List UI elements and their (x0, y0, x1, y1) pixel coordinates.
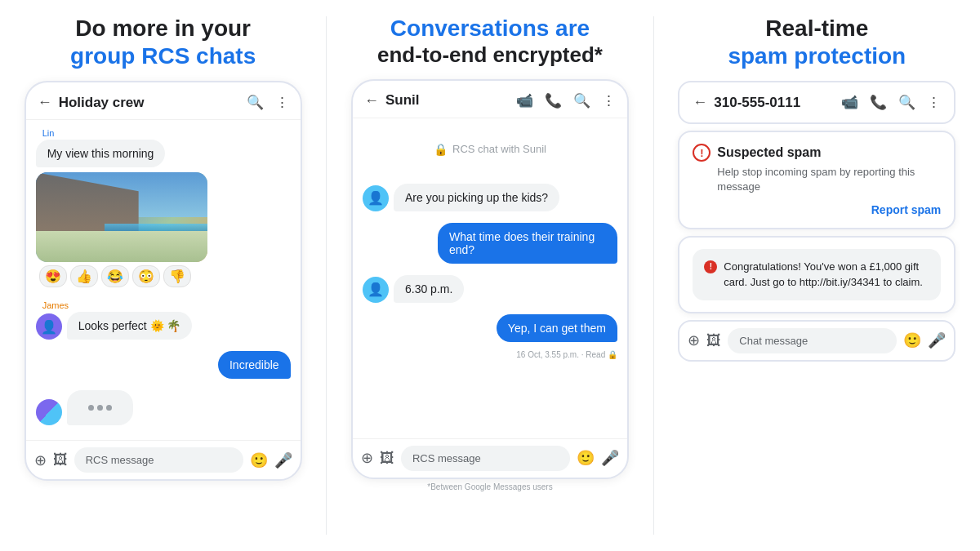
message-row-yep: Yep, I can get them (363, 314, 617, 342)
middle-phone-header: ← Sunil 📹 📞 🔍 ⋮ (353, 81, 627, 118)
message-row-lin-image (36, 172, 291, 262)
main-container: Do more in your group RCS chats ← Holida… (0, 0, 980, 551)
middle-phone-title: Sunil (385, 92, 510, 109)
reaction-love[interactable]: 😍 (39, 265, 67, 287)
header-icons: 🔍 ⋮ (247, 94, 289, 111)
left-phone: ← Holiday crew 🔍 ⋮ Lin My view this morn… (24, 81, 302, 481)
image-icon-right[interactable]: 🖼 (706, 332, 721, 349)
sender-name-lin: Lin My view this morning (36, 128, 291, 287)
message-row-kids: 👤 Are you picking up the kids? (363, 184, 617, 211)
mic-icon[interactable]: 🎤 (274, 451, 292, 469)
more-icon[interactable]: ⋮ (275, 94, 289, 111)
spam-chat-box: Congratulations! You've won a £1,000 gif… (678, 236, 956, 313)
emoji-icon-mid[interactable]: 🙂 (577, 449, 595, 467)
phone-icon[interactable]: 📞 (545, 92, 562, 109)
reaction-laugh[interactable]: 😂 (101, 265, 129, 287)
spam-message-bubble: Congratulations! You've won a £1,000 gif… (693, 249, 941, 300)
more-icon-mid[interactable]: ⋮ (602, 92, 616, 109)
dot-1 (88, 405, 94, 411)
right-message-input[interactable]: Chat message (728, 328, 897, 353)
spam-red-dot-icon (704, 260, 717, 273)
james-avatar: 👤 (36, 313, 62, 340)
spam-banner: ! Suspected spam Help stop incoming spam… (678, 131, 956, 229)
search-icon[interactable]: 🔍 (247, 94, 264, 111)
message-row-james: 👤 Looks perfect 🌞 🌴 (36, 312, 291, 340)
reaction-wow[interactable]: 😳 (132, 265, 160, 287)
spam-report-btn-row: Report spam (693, 203, 941, 216)
left-chat-body: Lin My view this morning (26, 120, 301, 440)
middle-phone: ← Sunil 📹 📞 🔍 ⋮ 🔒 RCS chat with Sunil (351, 79, 629, 479)
left-column: Do more in your group RCS chats ← Holida… (0, 0, 326, 551)
right-phone-title: 310-555-0111 (714, 95, 835, 111)
image-icon-mid[interactable]: 🖼 (380, 450, 394, 467)
middle-input-bar: ⊕ 🖼 RCS message 🙂 🎤 (353, 438, 627, 478)
message-reactions: 😍 👍 😂 😳 👎 (39, 265, 291, 287)
search-icon-right[interactable]: 🔍 (898, 94, 915, 111)
video-call-icon-right[interactable]: 📹 (841, 94, 858, 111)
message-bubble-time: 6.30 p.m. (394, 275, 464, 303)
message-bubble-kids: Are you picking up the kids? (394, 184, 559, 211)
rcs-label-text: RCS chat with Sunil (452, 143, 546, 155)
mic-icon-right[interactable]: 🎤 (928, 331, 946, 349)
more-icon-right[interactable]: ⋮ (927, 94, 941, 111)
typing-dots (78, 398, 122, 417)
message-row-sent-incredible: Incredible (36, 351, 291, 379)
search-icon-mid[interactable]: 🔍 (573, 92, 590, 109)
middle-header-black: end-to-end encrypted* (377, 42, 603, 68)
middle-chat-body: 🔒 RCS chat with Sunil 👤 Are you picking … (353, 118, 627, 438)
right-header-blue: spam protection (728, 42, 906, 70)
right-column: Real-time spam protection ← 310-555-0111… (654, 0, 980, 551)
middle-column: Conversations are end-to-end encrypted* … (327, 0, 653, 551)
spam-alert-icon: ! (693, 144, 710, 162)
middle-header-icons: 📹 📞 🔍 ⋮ (516, 92, 616, 109)
right-phone-header-box: ← 310-555-0111 📹 📞 🔍 ⋮ (678, 81, 956, 124)
mic-icon-mid[interactable]: 🎤 (601, 449, 619, 467)
message-bubble-yep: Yep, I can get them (497, 314, 617, 342)
beach-sand (36, 231, 207, 263)
add-icon[interactable]: ⊕ (34, 451, 47, 469)
right-header: Real-time spam protection (728, 15, 906, 69)
left-message-input[interactable]: RCS message (74, 447, 243, 473)
message-row-lin-text: My view this morning (36, 140, 291, 167)
message-bubble-incredible: Incredible (218, 351, 291, 379)
reaction-thumbsup[interactable]: 👍 (70, 265, 98, 287)
back-arrow-icon-mid[interactable]: ← (364, 92, 379, 109)
message-timestamp: 16 Oct, 3.55 p.m. · Read 🔒 (363, 350, 617, 359)
left-header: Do more in your group RCS chats (70, 15, 256, 69)
left-phone-title: Holiday crew (59, 95, 240, 111)
dot-2 (97, 405, 103, 411)
middle-header-blue: Conversations are (377, 15, 603, 42)
lock-icon: 🔒 (434, 143, 448, 156)
back-arrow-icon[interactable]: ← (38, 94, 52, 111)
right-phone-header: ← 310-555-0111 📹 📞 🔍 ⋮ (693, 94, 941, 111)
spam-title: Suspected spam (717, 145, 821, 160)
add-icon-right[interactable]: ⊕ (688, 331, 700, 349)
middle-header: Conversations are end-to-end encrypted* (377, 15, 603, 68)
message-row-time: 👤 6.30 p.m. (363, 275, 617, 303)
dot-3 (106, 405, 112, 411)
rcs-encrypted-label: 🔒 RCS chat with Sunil (434, 143, 546, 156)
right-header-black: Real-time (728, 15, 906, 42)
left-header-blue: group RCS chats (70, 42, 256, 70)
back-arrow-icon-right[interactable]: ← (693, 94, 707, 111)
sunil-avatar-2: 👤 (363, 277, 389, 303)
right-phone-area: ← 310-555-0111 📹 📞 🔍 ⋮ ! Suspected spam (678, 81, 956, 361)
video-call-icon[interactable]: 📹 (516, 92, 533, 109)
middle-message-input[interactable]: RCS message (401, 446, 570, 471)
footnote: *Between Google Messages users (427, 482, 552, 491)
image-icon[interactable]: 🖼 (53, 451, 68, 469)
message-row-training: What time does their training end? (363, 223, 617, 264)
spam-title-row: ! Suspected spam (693, 144, 941, 162)
message-bubble-james: Looks perfect 🌞 🌴 (67, 312, 193, 340)
add-icon-mid[interactable]: ⊕ (361, 449, 373, 467)
emoji-icon-right[interactable]: 🙂 (903, 331, 921, 349)
emoji-icon[interactable]: 🙂 (250, 451, 268, 469)
beach-scene (36, 172, 207, 262)
left-phone-header: ← Holiday crew 🔍 ⋮ (26, 82, 301, 120)
sender-name-james: James (42, 300, 291, 310)
spam-message-text: Congratulations! You've won a £1,000 gif… (724, 259, 929, 291)
typing-bubble (67, 390, 133, 425)
reaction-thumbsdown[interactable]: 👎 (163, 265, 191, 287)
report-spam-button[interactable]: Report spam (871, 203, 942, 216)
phone-icon-right[interactable]: 📞 (870, 94, 887, 111)
